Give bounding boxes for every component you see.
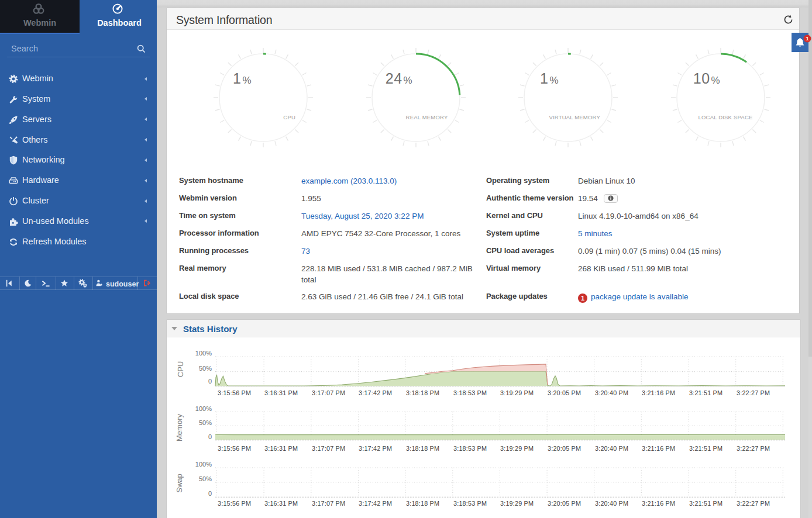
svg-text:1: 1 (806, 35, 809, 42)
